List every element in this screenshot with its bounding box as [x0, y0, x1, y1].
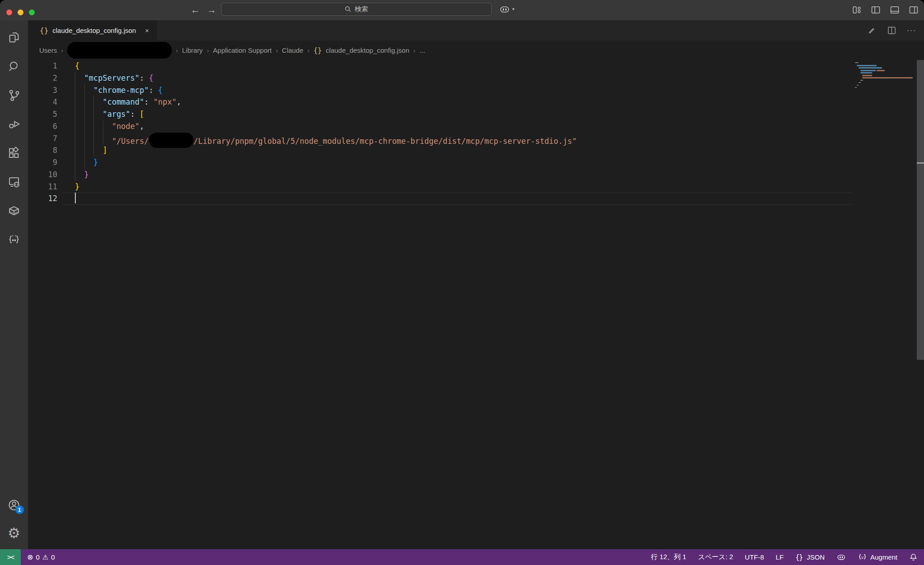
copilot-menu[interactable]: ▾	[499, 4, 515, 15]
split-editor-icon[interactable]	[886, 25, 897, 36]
code-line[interactable]: 5 "args": [	[28, 108, 924, 120]
code-line[interactable]: 4 "command": "npx",	[28, 96, 924, 108]
traffic-lights	[6, 9, 35, 15]
toggle-secondary-sidebar-icon[interactable]	[908, 4, 919, 16]
toggle-primary-sidebar-icon[interactable]	[870, 4, 882, 16]
search-placeholder: 検索	[355, 5, 368, 14]
copilot-icon	[836, 552, 846, 562]
line-content: {	[75, 60, 79, 72]
breadcrumb-separator: ›	[307, 47, 310, 54]
titlebar: ← → 検索 ▾	[0, 0, 924, 20]
error-count: 0	[36, 553, 39, 561]
warning-triangle-icon	[42, 553, 48, 561]
code-line[interactable]: 2 "mcpServers": {	[28, 72, 924, 84]
json-braces-icon: {}	[40, 26, 48, 35]
explorer-icon[interactable]	[4, 27, 25, 48]
search-icon	[345, 6, 351, 13]
line-number: 2	[28, 72, 57, 84]
language-mode[interactable]: {}JSON	[795, 553, 825, 561]
augment-status[interactable]: Augment	[858, 552, 897, 562]
encoding[interactable]: UTF-8	[745, 553, 764, 561]
redacted-username-blob	[67, 42, 172, 59]
remote-explorer-icon[interactable]	[4, 171, 25, 192]
breadcrumb-separator: ›	[276, 47, 278, 54]
status-bar: >< 0 0 行 12、列 1スペース: 2UTF-8LF{}JSONAugme…	[0, 549, 924, 565]
code-line[interactable]: 1{	[28, 60, 924, 72]
close-button[interactable]	[6, 9, 12, 15]
minimize-button[interactable]	[18, 9, 23, 15]
code-line[interactable]: 6 "node",	[28, 120, 924, 133]
code-line[interactable]: 11}	[28, 181, 924, 193]
chevron-down-icon: ▾	[512, 7, 515, 11]
tab-claude-desktop-config[interactable]: {} claude_desktop_config.json ×	[28, 20, 157, 41]
breadcrumb-separator: ›	[176, 47, 178, 54]
customize-layout-icon[interactable]	[851, 4, 863, 16]
code-line[interactable]: 3 "chrome-mcp": {	[28, 84, 924, 96]
code-line[interactable]: 10 }	[28, 169, 924, 181]
eol[interactable]: LF	[776, 553, 784, 561]
line-content: "node",	[75, 120, 144, 133]
robot-extension-icon[interactable]	[4, 229, 25, 250]
code-line[interactable]: 8 ]	[28, 144, 924, 156]
notifications-bell[interactable]	[909, 553, 918, 561]
containers-icon[interactable]	[4, 200, 25, 221]
breadcrumb: Users››Library›Application Support›Claud…	[28, 41, 924, 60]
breadcrumb-item[interactable]: Application Support	[213, 46, 272, 54]
run-debug-icon[interactable]	[4, 113, 25, 134]
line-number: 11	[28, 181, 57, 193]
line-number: 12	[28, 193, 57, 205]
back-icon[interactable]: ←	[189, 0, 202, 20]
breadcrumb-separator: ›	[61, 47, 63, 54]
warning-count: 0	[51, 553, 55, 561]
breadcrumb-item[interactable]: claude_desktop_config.json	[326, 46, 409, 54]
line-content: ]	[75, 144, 107, 156]
line-content: "args": [	[75, 108, 144, 120]
source-control-icon[interactable]	[4, 84, 25, 106]
line-number: 5	[28, 108, 57, 120]
code-line[interactable]: 7 "/Users//Library/pnpm/global/5/node_mo…	[28, 133, 924, 145]
code-line[interactable]: 12	[28, 193, 924, 205]
zoom-button[interactable]	[29, 9, 35, 15]
breadcrumb-item[interactable]: Claude	[282, 46, 304, 54]
problems-status[interactable]: 0 0	[27, 553, 55, 561]
line-content: }	[75, 156, 98, 169]
bell-icon	[909, 553, 918, 561]
account-badge: 1	[15, 505, 24, 514]
edit-pencil-icon[interactable]	[866, 25, 877, 36]
line-number: 7	[28, 133, 57, 145]
tab-close-icon[interactable]: ×	[143, 26, 151, 35]
breadcrumb-separator: ›	[207, 47, 209, 54]
breadcrumb-separator: ›	[413, 47, 416, 54]
code-line[interactable]: 9 }	[28, 156, 924, 169]
breadcrumb-item[interactable]: Users	[39, 46, 57, 54]
line-content: }	[75, 169, 89, 181]
command-center-search[interactable]: 検索	[221, 3, 492, 16]
line-content: }	[75, 181, 79, 193]
line-number: 9	[28, 156, 57, 169]
breadcrumb-item[interactable]: ...	[420, 46, 425, 54]
search-icon[interactable]	[4, 55, 25, 77]
cursor-position[interactable]: 行 12、列 1	[651, 553, 686, 561]
toggle-panel-icon[interactable]	[889, 4, 901, 16]
line-number: 3	[28, 84, 57, 96]
text-cursor	[75, 193, 76, 203]
line-number: 1	[28, 60, 57, 72]
editor-code-area[interactable]: 1{2 "mcpServers": {3 "chrome-mcp": {4 "c…	[28, 60, 924, 549]
remote-indicator[interactable]: ><	[0, 549, 21, 565]
extensions-icon[interactable]	[4, 142, 25, 163]
settings-gear-icon[interactable]: ⚙	[4, 523, 25, 544]
indentation[interactable]: スペース: 2	[698, 553, 733, 561]
line-content: "/Users//Library/pnpm/global/5/node_modu…	[75, 133, 577, 145]
editor-group: {} claude_desktop_config.json × ···	[28, 20, 924, 549]
forward-icon[interactable]: →	[205, 0, 218, 20]
breadcrumb-item[interactable]: Library	[182, 46, 203, 54]
copilot-status[interactable]	[836, 552, 846, 562]
more-actions-ellipsis[interactable]: ···	[906, 25, 917, 36]
line-number: 8	[28, 144, 57, 156]
line-content: "chrome-mcp": {	[75, 84, 163, 96]
line-number: 6	[28, 120, 57, 133]
line-number: 4	[28, 96, 57, 108]
accounts-icon[interactable]: 1	[4, 494, 25, 515]
line-content: "mcpServers": {	[75, 72, 153, 84]
line-content: "command": "npx",	[75, 96, 181, 108]
